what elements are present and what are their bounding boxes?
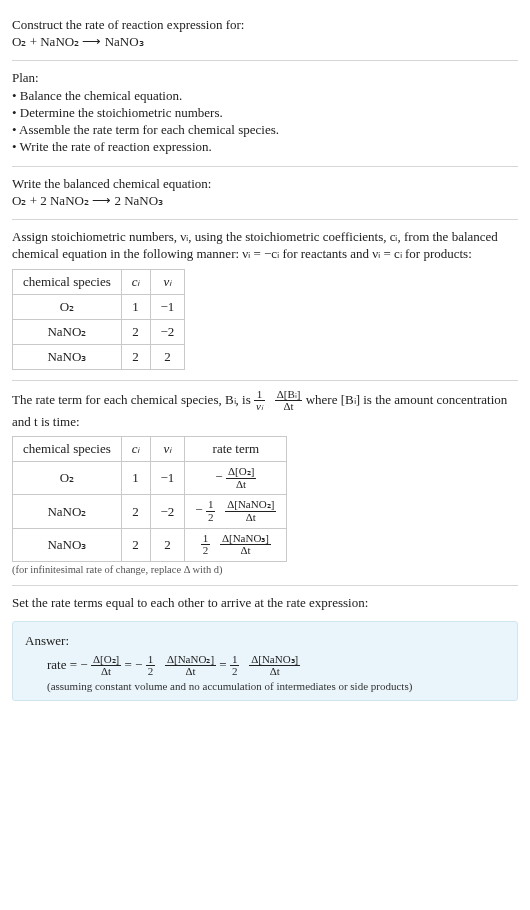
rt-frac: Δ[NaNO₃] Δt (220, 533, 271, 557)
vi-header: νᵢ (164, 441, 172, 456)
stoich-table: chemical species cᵢ νᵢ O₂ 1 −1 NaNO₂ 2 −… (12, 269, 185, 370)
term1-prefix: − (80, 657, 87, 672)
balanced-title: Write the balanced chemical equation: (12, 175, 518, 193)
vi-cell: −2 (150, 495, 185, 528)
frac-num: 1 (146, 654, 156, 666)
answer-assumption: (assuming constant volume and no accumul… (47, 680, 505, 692)
rateterm-cell: 1 2 Δ[NaNO₃] Δt (185, 528, 287, 561)
vi-cell: −1 (150, 462, 185, 495)
frac-num: Δ[O₂] (226, 466, 256, 478)
vi-cell: 2 (150, 344, 185, 369)
set-equal-text: Set the rate terms equal to each other t… (12, 594, 518, 612)
rate-label: rate = (47, 657, 80, 672)
answer-rate-expression: rate = − Δ[O₂] Δt = − 1 2 Δ[NaNO₂] Δt = … (47, 654, 505, 678)
rt-coef: 1 2 (206, 499, 216, 523)
plan-list: • Balance the chemical equation. • Deter… (12, 88, 518, 155)
plan-item: • Assemble the rate term for each chemic… (12, 122, 518, 138)
frac-den: Δt (226, 478, 256, 491)
term2-frac: Δ[NaNO₂] Δt (165, 654, 216, 678)
rt-coef: 1 2 (201, 533, 211, 557)
table-row: O₂ 1 −1 − Δ[O₂] Δt (13, 462, 287, 495)
frac-den: 2 (146, 665, 156, 678)
rt-frac: Δ[O₂] Δt (226, 466, 256, 490)
prompt-equation: O₂ + NaNO₂ ⟶ NaNO₃ (12, 34, 518, 50)
rateterm-paragraph: The rate term for each chemical species,… (12, 389, 518, 431)
species-cell: O₂ (13, 294, 122, 319)
frac-num: Δ[NaNO₃] (220, 533, 271, 545)
ci-cell: 1 (121, 294, 150, 319)
species-cell: NaNO₃ (13, 528, 122, 561)
frac-num: 1 (201, 533, 211, 545)
balanced-equation: O₂ + 2 NaNO₂ ⟶ 2 NaNO₃ (12, 193, 518, 209)
assign-section: Assign stoichiometric numbers, νᵢ, using… (12, 220, 518, 380)
term2-coef: 1 2 (146, 654, 156, 678)
vi-cell: 2 (150, 528, 185, 561)
ci-cell: 2 (121, 495, 150, 528)
frac-num: Δ[O₂] (91, 654, 121, 666)
table-row: NaNO₃ 2 2 1 2 Δ[NaNO₃] Δt (13, 528, 287, 561)
table-header-row: chemical species cᵢ νᵢ rate term (13, 437, 287, 462)
frac-den: 2 (201, 544, 211, 557)
frac-den: Δt (249, 665, 300, 678)
frac-den: Δt (165, 665, 216, 678)
set-equal-section: Set the rate terms equal to each other t… (12, 586, 518, 622)
col-species: chemical species (13, 269, 122, 294)
equals: = (125, 657, 136, 672)
frac-den: Δt (275, 400, 303, 413)
table-row: O₂ 1 −1 (13, 294, 185, 319)
ci-cell: 2 (121, 528, 150, 561)
term3-coef: 1 2 (230, 654, 240, 678)
rateterm-note: (for infinitesimal rate of change, repla… (12, 564, 518, 575)
frac-num: Δ[NaNO₂] (225, 499, 276, 511)
species-cell: NaNO₂ (13, 495, 122, 528)
equals: = (219, 657, 230, 672)
prompt-section: Construct the rate of reaction expressio… (12, 8, 518, 60)
rateterm-cell: − Δ[O₂] Δt (185, 462, 287, 495)
frac-den: 2 (206, 511, 216, 524)
frac-num: Δ[NaNO₃] (249, 654, 300, 666)
rateterm-cell: − 1 2 Δ[NaNO₂] Δt (185, 495, 287, 528)
plan-section: Plan: • Balance the chemical equation. •… (12, 61, 518, 167)
prompt-title: Construct the rate of reaction expressio… (12, 16, 518, 34)
rateterm-table: chemical species cᵢ νᵢ rate term O₂ 1 −1… (12, 436, 287, 561)
col-ci: cᵢ (121, 269, 150, 294)
frac-den: 2 (230, 665, 240, 678)
ci-header: cᵢ (132, 274, 140, 289)
term1-frac: Δ[O₂] Δt (91, 654, 121, 678)
frac-num: 1 (254, 389, 265, 401)
frac-dBi-dt: Δ[Bᵢ] Δt (275, 389, 303, 413)
frac-den: Δt (220, 544, 271, 557)
assign-paragraph: Assign stoichiometric numbers, νᵢ, using… (12, 228, 518, 263)
table-row: NaNO₃ 2 2 (13, 344, 185, 369)
rt-prefix: − (215, 469, 222, 484)
frac-den: Δt (91, 665, 121, 678)
vi-cell: −2 (150, 319, 185, 344)
balanced-section: Write the balanced chemical equation: O₂… (12, 167, 518, 219)
plan-item: • Write the rate of reaction expression. (12, 139, 518, 155)
ci-header: cᵢ (132, 441, 140, 456)
term2-prefix: − (135, 657, 142, 672)
plan-title: Plan: (12, 69, 518, 87)
frac-den: νᵢ (254, 400, 265, 413)
species-cell: O₂ (13, 462, 122, 495)
species-cell: NaNO₃ (13, 344, 122, 369)
rt-frac: Δ[NaNO₂] Δt (225, 499, 276, 523)
table-row: NaNO₂ 2 −2 (13, 319, 185, 344)
plan-item: • Determine the stoichiometric numbers. (12, 105, 518, 121)
plan-item: • Balance the chemical equation. (12, 88, 518, 104)
frac-num: 1 (206, 499, 216, 511)
rateterm-section: The rate term for each chemical species,… (12, 381, 518, 585)
vi-header: νᵢ (164, 274, 172, 289)
frac-den: Δt (225, 511, 276, 524)
frac-num: Δ[NaNO₂] (165, 654, 216, 666)
col-vi: νᵢ (150, 269, 185, 294)
ci-cell: 2 (121, 344, 150, 369)
vi-cell: −1 (150, 294, 185, 319)
frac-one-over-nu: 1 νᵢ (254, 389, 265, 413)
frac-num: 1 (230, 654, 240, 666)
table-header-row: chemical species cᵢ νᵢ (13, 269, 185, 294)
col-rateterm: rate term (185, 437, 287, 462)
species-cell: NaNO₂ (13, 319, 122, 344)
answer-box: Answer: rate = − Δ[O₂] Δt = − 1 2 Δ[NaNO… (12, 621, 518, 701)
rateterm-pre: The rate term for each chemical species,… (12, 392, 254, 407)
